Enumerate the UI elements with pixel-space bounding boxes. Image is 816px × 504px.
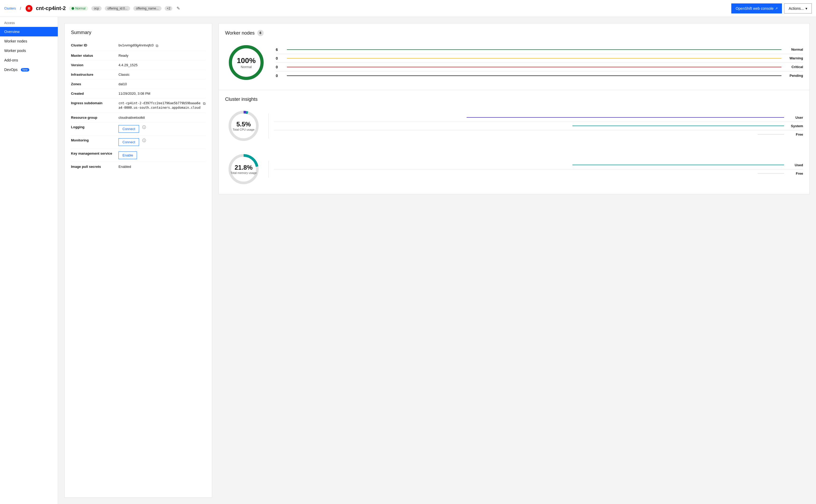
row-ingress: Ingress subdomain cnt-cp4int-2-d397fcc2e… <box>71 98 206 113</box>
stat-num-normal: 6 <box>276 47 284 52</box>
image-pull-text: Enabled <box>118 165 131 169</box>
stat-num-critical: 0 <box>276 65 284 69</box>
summary-card: Summary Cluster ID bv1vvmgd0lg4nntvqfc0 … <box>64 23 212 498</box>
stat-label-pending: Pending <box>785 74 803 78</box>
resource-group-text: cloudnativetoolkit <box>118 116 145 120</box>
memory-row: 21.8% Total memory usage Used Fr <box>225 151 803 188</box>
copy-ingress-icon[interactable]: ⧉ <box>203 101 206 106</box>
tag-ocp[interactable]: ocp <box>91 6 102 11</box>
memory-bar-free <box>758 173 784 174</box>
worker-donut-percent: 100% <box>237 56 256 65</box>
memory-donut-label: 21.8% Total memory usage <box>230 164 257 174</box>
stat-bar-normal <box>287 49 781 50</box>
stat-label-critical: Critical <box>785 65 803 69</box>
memory-label: Total memory usage <box>230 171 257 174</box>
monitoring-info-icon[interactable]: ⓘ <box>142 138 146 143</box>
sidebar-item-overview[interactable]: Overview <box>0 27 58 36</box>
version-text: 4.4.29_1525 <box>118 63 137 67</box>
cpu-stat-free: Free <box>274 130 803 139</box>
stat-row-pending: 0 Pending <box>276 72 803 80</box>
row-kms: Key management service Enable <box>71 149 206 162</box>
breadcrumb-link[interactable]: Clusters <box>4 7 16 10</box>
stat-row-warning: 0 Warning <box>276 54 803 63</box>
header-actions: OpenShift web console ↗ Actions... ▾ <box>731 3 812 13</box>
cluster-id-text: bv1vvmgd0lg4nntvqfc0 <box>118 43 154 47</box>
cpu-bar-user <box>467 117 784 118</box>
row-logging: Logging Connect ⓘ <box>71 122 206 136</box>
cpu-label: Total CPU usage <box>233 128 255 131</box>
label-resource-group: Resource group <box>71 116 118 120</box>
sidebar-item-worker-nodes[interactable]: Worker nodes <box>0 36 58 46</box>
cpu-stats: User System Free <box>268 113 803 139</box>
chevron-down-icon: ▾ <box>805 6 807 11</box>
value-version: 4.4.29_1525 <box>118 63 206 67</box>
master-status-text: Ready <box>118 54 129 58</box>
cpu-stat-system: System <box>274 122 803 130</box>
row-created: Created 11/29/2020, 3:08 PM <box>71 89 206 98</box>
monitoring-connect-button[interactable]: Connect <box>118 138 139 146</box>
value-cluster-id: bv1vvmgd0lg4nntvqfc0 ⧉ <box>118 43 206 48</box>
logging-info-icon[interactable]: ⓘ <box>142 125 146 130</box>
stat-row-normal: 6 Normal <box>276 45 803 54</box>
value-ingress: cnt-cp4int-2-d397fcc2ee1796ae5b779b59baa… <box>118 101 206 110</box>
value-image-pull: Enabled <box>118 165 206 169</box>
cluster-name: cnt-cp4int-2 <box>36 5 66 11</box>
worker-nodes-header: Worker nodes 6 <box>225 30 803 36</box>
redhat-icon: R <box>25 5 33 12</box>
row-infrastructure: Infrastructure Classic <box>71 70 206 79</box>
status-dot <box>72 7 74 10</box>
sidebar-section-access: Access <box>0 19 58 27</box>
copy-cluster-id-icon[interactable]: ⧉ <box>156 44 158 48</box>
kms-enable-button[interactable]: Enable <box>118 151 137 159</box>
worker-nodes-donut: 100% Normal <box>225 41 267 84</box>
value-zones: dal10 <box>118 82 206 86</box>
label-version: Version <box>71 63 118 67</box>
insights-title: Cluster insights <box>225 97 258 102</box>
edit-icon[interactable]: ✎ <box>177 6 180 11</box>
tag-more[interactable]: +2 <box>165 6 173 11</box>
cpu-label-system: System <box>787 124 803 128</box>
label-image-pull: Image pull secrets <box>71 165 118 169</box>
memory-stat-used: Used <box>274 161 803 169</box>
cpu-stat-user: User <box>274 113 803 122</box>
value-monitoring: Connect ⓘ <box>118 138 206 146</box>
label-logging: Logging <box>71 125 118 129</box>
row-zones: Zones dal10 <box>71 79 206 89</box>
memory-stats: Used Free <box>268 161 803 178</box>
label-infrastructure: Infrastructure <box>71 73 118 77</box>
insights-header: Cluster insights <box>225 97 803 102</box>
value-master-status: Ready <box>118 54 206 58</box>
sidebar-item-add-ons[interactable]: Add-ons <box>0 55 58 65</box>
summary-title: Summary <box>71 30 206 35</box>
insights-content: 5.5% Total CPU usage User System <box>225 107 803 188</box>
stat-bar-pending <box>287 75 781 76</box>
tag-offering-id[interactable]: offering_id:0... <box>105 6 130 11</box>
header: Clusters / R cnt-cp4int-2 Normal ocp off… <box>0 0 816 17</box>
worker-donut-label: 100% Normal <box>237 56 256 69</box>
memory-stat-free: Free <box>274 169 803 178</box>
label-monitoring: Monitoring <box>71 138 118 142</box>
sidebar-item-worker-pools[interactable]: Worker pools <box>0 46 58 55</box>
worker-nodes-title: Worker nodes <box>225 30 255 36</box>
logging-connect-button[interactable]: Connect <box>118 125 139 133</box>
sidebar-label-devops: DevOps <box>4 68 18 72</box>
actions-button[interactable]: Actions... ▾ <box>784 3 812 13</box>
row-master-status: Master status Ready <box>71 51 206 60</box>
tag-offering-name[interactable]: offering_name... <box>133 6 162 11</box>
sidebar-item-devops[interactable]: DevOps New <box>0 65 58 74</box>
label-master-status: Master status <box>71 54 118 58</box>
row-image-pull: Image pull secrets Enabled <box>71 162 206 171</box>
stat-bar-warning <box>287 58 781 59</box>
cpu-bar-free <box>758 134 784 135</box>
openshift-console-button[interactable]: OpenShift web console ↗ <box>731 3 782 13</box>
zones-text: dal10 <box>118 82 127 86</box>
cpu-label-free: Free <box>787 132 803 136</box>
stat-label-warning: Warning <box>785 56 803 60</box>
openshift-console-label: OpenShift web console <box>736 6 774 11</box>
external-link-icon: ↗ <box>775 7 778 10</box>
cpu-donut: 5.5% Total CPU usage <box>225 107 262 144</box>
worker-nodes-content: 100% Normal 6 Normal 0 War <box>225 41 803 84</box>
value-infrastructure: Classic <box>118 73 206 77</box>
svg-text:R: R <box>28 6 30 11</box>
value-created: 11/29/2020, 3:08 PM <box>118 92 206 96</box>
